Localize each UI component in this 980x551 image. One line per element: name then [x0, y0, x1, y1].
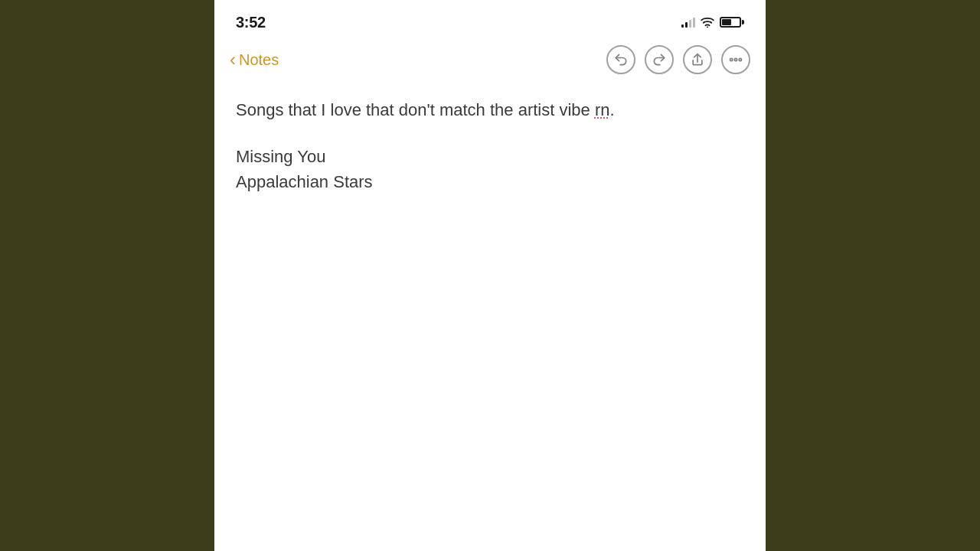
more-button[interactable]	[721, 45, 750, 74]
redo-icon	[652, 52, 667, 67]
navigation-bar: ‹ Notes	[214, 40, 766, 86]
svg-point-0	[707, 27, 708, 28]
share-icon	[690, 52, 705, 67]
share-button[interactable]	[683, 45, 712, 74]
undo-button[interactable]	[606, 45, 635, 74]
note-list-item-1: Missing You	[236, 144, 744, 169]
battery-icon	[720, 17, 744, 28]
battery-tip	[742, 20, 744, 24]
signal-bar-2	[685, 22, 688, 28]
nav-actions	[606, 45, 750, 74]
back-label: Notes	[239, 51, 279, 69]
wifi-icon	[701, 17, 714, 28]
signal-bar-3	[689, 20, 691, 28]
redo-button[interactable]	[645, 45, 674, 74]
battery-fill	[722, 19, 731, 25]
status-bar: 3:52	[214, 0, 766, 40]
svg-point-2	[734, 58, 737, 60]
phone-screen: 3:52	[214, 0, 766, 551]
back-button[interactable]: ‹ Notes	[230, 51, 279, 69]
back-chevron-icon: ‹	[230, 51, 236, 69]
signal-bar-1	[681, 24, 684, 28]
note-title-period: .	[609, 100, 614, 119]
status-icons	[681, 17, 744, 28]
note-title-underline: rn	[595, 100, 610, 119]
note-title-text: Songs that I love that don't match the a…	[236, 100, 595, 119]
note-title: Songs that I love that don't match the a…	[236, 98, 744, 122]
signal-bar-4	[693, 18, 695, 28]
signal-icon	[681, 17, 695, 28]
svg-point-1	[730, 58, 733, 60]
undo-icon	[613, 52, 629, 67]
more-icon	[728, 52, 743, 67]
svg-point-3	[739, 58, 741, 60]
note-list-item-2: Appalachian Stars	[236, 169, 744, 194]
status-time: 3:52	[236, 14, 266, 31]
note-content-area[interactable]: Songs that I love that don't match the a…	[214, 86, 766, 551]
